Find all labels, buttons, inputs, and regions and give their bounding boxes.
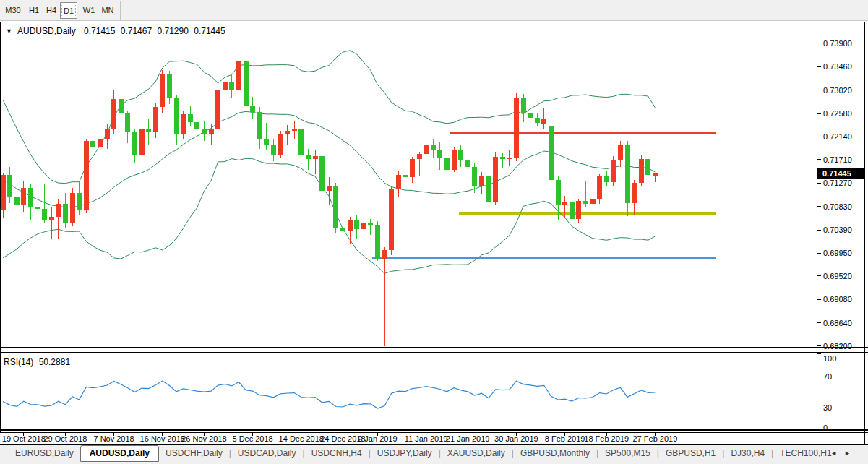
price-tick-label: 0.68640 [823, 319, 852, 327]
rsi-tick-label: 70 [823, 372, 832, 381]
tab-usdcad-daily[interactable]: USDCAD,Daily [231, 445, 303, 460]
tab-dj30-h4[interactable]: DJ30,H4 [724, 445, 771, 460]
candle-2018-12-04-bear [244, 61, 249, 106]
candle-2018-10-26-bull [56, 204, 61, 217]
candle-2019-02-11-bear [570, 202, 575, 219]
candle-2018-11-29-bull [223, 82, 228, 90]
tab-xauusd-daily[interactable]: XAUUSD,Daily [441, 445, 512, 460]
quote-low: 0.71290 [158, 26, 189, 36]
bollinger-lower-band [3, 158, 655, 273]
candle-2018-11-07-bull [111, 99, 116, 128]
chart-tabs-bar: EURUSD,DailyAUDUSD,DailyUSDCHF,Daily|USD… [0, 445, 868, 464]
candle-2019-01-02-bear [375, 225, 380, 260]
candle-2019-02-13-bear [583, 201, 588, 204]
tab-sp500-m15[interactable]: SP500,M15 [598, 445, 657, 460]
candle-2018-10-22-bear [28, 188, 33, 207]
tab-usdcnh-h4[interactable]: USDCNH,H4 [305, 445, 369, 460]
timeframe-button-H4[interactable]: H4 [43, 2, 59, 19]
tab-usdchf-daily[interactable]: USDCHF,Daily [159, 445, 229, 460]
price-tick-label: 0.73900 [823, 39, 852, 48]
rsi-line [3, 381, 655, 408]
date-tick-label: 26 Nov 2018 [181, 434, 226, 443]
toolbar-separator [120, 1, 121, 20]
candle-2018-11-26-bear [202, 129, 207, 134]
candle-2019-02-01-bear [528, 113, 533, 118]
candle-2018-10-16-bull [1, 175, 6, 210]
timeframe-button-H1[interactable]: H1 [26, 2, 42, 19]
tab-eurusd-daily[interactable]: EURUSD,Daily [9, 445, 80, 460]
candle-2019-02-15-bull [597, 176, 602, 199]
candle-2019-01-09-bull [410, 159, 415, 177]
timeframe-button-W1[interactable]: W1 [81, 2, 97, 19]
candle-2019-01-15-bear [437, 150, 442, 158]
candle-2019-01-14-bear [431, 145, 436, 150]
candle-2018-12-28-bull [361, 223, 366, 229]
candle-2019-01-21-bear [465, 160, 470, 167]
candle-2019-01-03-bull [382, 250, 387, 259]
tab-audusd-daily[interactable]: AUDUSD,Daily [80, 445, 159, 462]
tab-tech100-h1[interactable]: TECH100,H1 [773, 445, 838, 460]
timeframe-button-D1[interactable]: D1 [60, 2, 77, 19]
date-tick-label: 8 Feb 2019 [545, 434, 585, 443]
tab-gbpusd-h1[interactable]: GBPUSD,H1 [659, 445, 722, 460]
candle-2018-12-12-bull [285, 131, 290, 134]
date-tick-label: 29 Oct 2018 [43, 434, 87, 443]
candle-2018-11-08-bear [119, 99, 124, 113]
price-tick-label: 0.73020 [823, 86, 852, 95]
candle-2018-12-06-bear [257, 112, 262, 139]
candle-2019-01-29-bull [507, 158, 512, 159]
candle-2018-11-20-bear [174, 98, 179, 134]
candle-2019-02-04-bear [535, 118, 540, 123]
timeframe-button-MN[interactable]: MN [98, 2, 117, 19]
candle-2019-02-05-bull [541, 119, 546, 125]
price-tick-label: 0.68200 [823, 342, 852, 351]
chart-legend: ▼ AUDUSD,Daily 0.71415 0.71467 0.71290 0… [4, 26, 225, 367]
candle-2019-01-24-bear [486, 176, 491, 202]
date-tick-label: 2 Jan 2019 [358, 434, 397, 443]
timeframe-button-M30[interactable]: M30 [3, 2, 23, 19]
candle-2018-11-06-bull [105, 129, 110, 139]
rsi-tick-label: 100 [823, 354, 836, 363]
candle-2018-10-19-bull [21, 188, 26, 205]
candle-2019-02-21-bear [625, 145, 630, 203]
candle-2018-12-17-bear [306, 155, 311, 159]
candle-2018-11-14-bear [146, 129, 151, 132]
chart-symbol-label: AUDUSD,Daily [17, 26, 76, 36]
candle-2018-12-19-bear [319, 156, 325, 192]
tabs-scroll-right-icon[interactable]: ► [844, 450, 858, 457]
price-tick-label: 0.70830 [823, 202, 852, 211]
candle-2019-02-26-bear [645, 159, 650, 175]
date-tick-label: 7 Nov 2018 [93, 434, 134, 443]
candle-2018-12-13-bull [292, 129, 297, 131]
candle-2019-01-04-bull [389, 189, 394, 250]
candle-2019-01-11-bull [424, 145, 429, 154]
timeframe-toolbar: M30H1H4D1W1MN [0, 0, 868, 21]
symbol-dropdown-icon[interactable]: ▼ [6, 27, 12, 35]
candle-2019-01-31-bear [521, 98, 526, 113]
price-tick-label: 0.71710 [823, 155, 852, 164]
candle-2019-01-25-bull [493, 157, 498, 202]
tab-gbpusd-monthly[interactable]: GBPUSD,Monthly [514, 445, 596, 460]
candle-2019-02-19-bull [611, 160, 616, 182]
svg-text:RSI(14) 50.2881: RSI(14) 50.2881 [4, 357, 70, 367]
rsi-tick-label: 0 [823, 424, 828, 432]
tab-usdjpy-daily[interactable]: USDJPY,Daily [371, 445, 439, 460]
candle-2018-10-25-bull [49, 217, 54, 220]
bollinger-upper-band [3, 51, 655, 184]
candle-2019-01-28-bear [500, 157, 505, 160]
candle-2018-12-26-bull [348, 220, 353, 231]
candle-2019-02-08-bull [562, 202, 567, 205]
candle-2018-12-24-bear [340, 228, 345, 231]
candle-2018-11-21-bull [181, 114, 186, 134]
rsi-tick-label: 30 [823, 403, 832, 412]
chart-area[interactable]: 0.739000.734600.730200.725800.721400.717… [0, 21, 868, 445]
date-tick-label: 14 Dec 2018 [279, 434, 324, 443]
candle-2018-12-11-bull [278, 134, 283, 155]
date-tick-label: 21 Jan 2019 [446, 434, 490, 443]
candle-2019-01-30-bull [514, 98, 519, 158]
candle-2019-02-27-bull [653, 173, 658, 175]
rsi-indicator-value: 50.2881 [39, 357, 71, 367]
candle-2018-11-23-bear [194, 122, 199, 129]
candle-2018-12-03-bull [236, 61, 241, 90]
tabs-scroll-left-icon[interactable]: ◄ [830, 450, 844, 457]
